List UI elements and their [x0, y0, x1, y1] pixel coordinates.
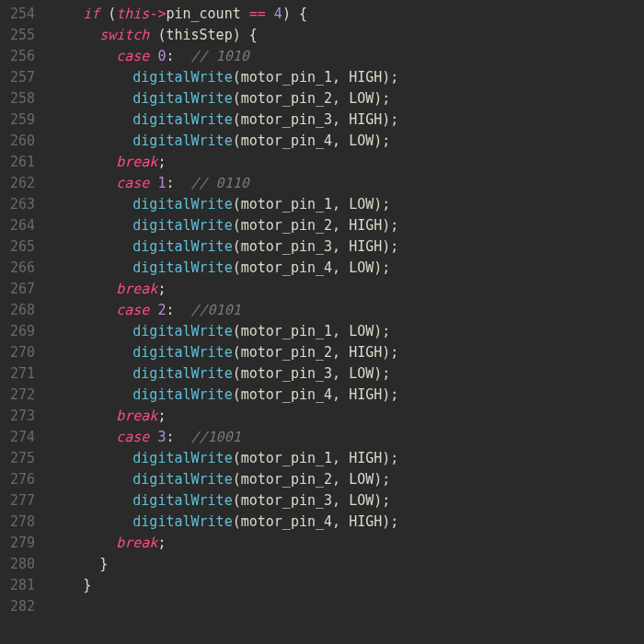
token-punc: ;	[382, 365, 390, 382]
code-area[interactable]: if (this->pin_count == 4) { switch (this…	[40, 0, 644, 644]
line-number: 271	[0, 363, 40, 385]
token-id: motor_pin_4	[241, 259, 332, 276]
token-id: LOW	[349, 259, 374, 276]
token-punc: (	[99, 6, 116, 22]
indent	[50, 386, 132, 403]
line-number: 255	[0, 25, 40, 46]
code-line[interactable]: digitalWrite(motor_pin_2, HIGH);	[50, 215, 644, 236]
code-line[interactable]: break;	[50, 533, 644, 554]
code-line[interactable]: digitalWrite(motor_pin_2, HIGH);	[50, 342, 644, 363]
token-paren: )	[382, 386, 390, 403]
line-number: 268	[0, 300, 40, 321]
code-line[interactable]: digitalWrite(motor_pin_2, LOW);	[50, 88, 644, 109]
code-line[interactable]: }	[50, 554, 644, 575]
line-number: 260	[0, 131, 40, 152]
code-line[interactable]: digitalWrite(motor_pin_3, HIGH);	[50, 109, 644, 131]
token-paren: )	[374, 90, 382, 107]
token-num: 4	[274, 6, 282, 22]
code-line[interactable]: switch (thisStep) {	[50, 25, 644, 46]
code-line[interactable]: digitalWrite(motor_pin_1, LOW);	[50, 321, 644, 342]
line-number: 254	[0, 4, 40, 25]
token-punc: (	[149, 27, 166, 43]
token-paren: (	[233, 111, 241, 128]
token-id: thisStep	[166, 27, 232, 43]
token-punc: ,	[332, 365, 349, 382]
token-punc: ;	[390, 111, 398, 128]
token-paren: )	[382, 217, 390, 234]
token-id: LOW	[349, 365, 374, 382]
token-punc: ;	[157, 535, 166, 551]
token-punc	[174, 429, 190, 445]
token-punc: ;	[390, 69, 398, 86]
code-line[interactable]: digitalWrite(motor_pin_1, HIGH);	[50, 448, 644, 469]
code-line[interactable]: digitalWrite(motor_pin_2, LOW);	[50, 469, 644, 490]
code-line[interactable]: case 1: // 0110	[50, 173, 644, 194]
token-func: digitalWrite	[132, 217, 232, 234]
line-number: 282	[0, 596, 40, 617]
code-line[interactable]: case 2: //0101	[50, 300, 644, 321]
code-line[interactable]: digitalWrite(motor_pin_1, HIGH);	[50, 67, 644, 88]
line-number: 266	[0, 258, 40, 279]
token-paren: (	[233, 323, 241, 339]
line-number: 262	[0, 173, 40, 194]
token-kw: case	[116, 429, 149, 445]
code-line[interactable]: break;	[50, 152, 644, 173]
indent	[50, 196, 132, 213]
code-line[interactable]: digitalWrite(motor_pin_4, HIGH);	[50, 512, 644, 533]
token-punc: ;	[382, 471, 390, 488]
code-editor[interactable]: 2542552562572582592602612622632642652662…	[0, 0, 644, 644]
token-id: motor_pin_3	[241, 365, 332, 382]
indent	[50, 577, 83, 593]
token-op: ->	[149, 6, 166, 22]
line-number: 279	[0, 533, 40, 554]
code-line[interactable]: digitalWrite(motor_pin_3, HIGH);	[50, 236, 644, 258]
token-punc: ,	[332, 386, 349, 403]
token-paren: (	[233, 238, 241, 255]
code-line[interactable]: }	[50, 575, 644, 596]
token-punc: ;	[390, 513, 398, 530]
code-line[interactable]: break;	[50, 406, 644, 427]
token-id: LOW	[349, 492, 374, 509]
line-number: 257	[0, 67, 40, 88]
token-punc: ;	[382, 323, 390, 339]
code-line[interactable]: break;	[50, 279, 644, 300]
token-punc: ;	[382, 196, 390, 213]
token-punc: ;	[157, 154, 166, 170]
token-id: HIGH	[349, 69, 382, 86]
token-punc: ;	[382, 259, 390, 276]
token-kw: case	[116, 175, 149, 191]
indent	[50, 48, 116, 64]
code-line[interactable]: digitalWrite(motor_pin_1, LOW);	[50, 194, 644, 215]
code-line[interactable]: digitalWrite(motor_pin_4, LOW);	[50, 258, 644, 279]
line-number: 263	[0, 194, 40, 215]
token-paren: )	[374, 323, 382, 339]
line-number: 265	[0, 236, 40, 258]
token-kw: break	[116, 281, 157, 297]
token-punc: ,	[332, 323, 349, 339]
indent	[50, 217, 132, 234]
token-id: HIGH	[349, 344, 382, 361]
token-punc: ;	[390, 344, 398, 361]
line-number: 258	[0, 88, 40, 109]
code-line[interactable]: if (this->pin_count == 4) {	[50, 4, 644, 25]
token-id: HIGH	[349, 217, 382, 234]
token-this: this	[116, 6, 149, 22]
code-line[interactable]	[50, 596, 644, 617]
token-paren: )	[382, 344, 390, 361]
indent	[50, 408, 116, 424]
token-punc: ,	[332, 111, 349, 128]
code-line[interactable]: digitalWrite(motor_pin_3, LOW);	[50, 490, 644, 512]
indent	[50, 154, 116, 170]
token-func: digitalWrite	[132, 69, 232, 86]
code-line[interactable]: digitalWrite(motor_pin_3, LOW);	[50, 363, 644, 385]
token-kw: break	[116, 535, 157, 551]
token-paren: (	[233, 344, 241, 361]
token-punc: ;	[390, 238, 398, 255]
code-line[interactable]: digitalWrite(motor_pin_4, HIGH);	[50, 385, 644, 406]
line-number: 274	[0, 427, 40, 448]
token-punc	[174, 48, 190, 64]
code-line[interactable]: case 0: // 1010	[50, 46, 644, 67]
token-punc: ;	[390, 217, 398, 234]
code-line[interactable]: case 3: //1001	[50, 427, 644, 448]
code-line[interactable]: digitalWrite(motor_pin_4, LOW);	[50, 131, 644, 152]
